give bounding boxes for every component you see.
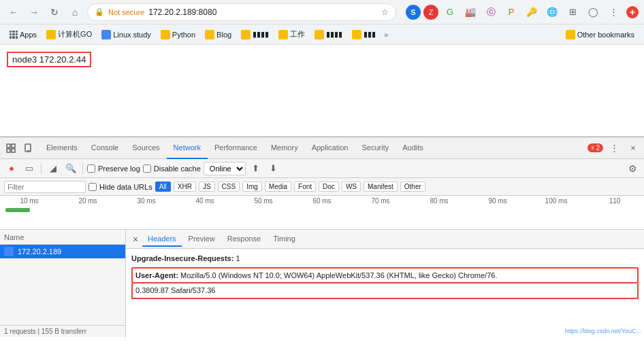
devtools-left-icons: [3, 140, 37, 156]
tab-sources[interactable]: Sources: [125, 137, 166, 159]
filter-type-js[interactable]: JS: [199, 182, 215, 192]
search-button[interactable]: 🔍: [63, 161, 78, 176]
apps-icon: [10, 31, 18, 39]
ext-z[interactable]: Z: [423, 5, 438, 20]
tab-memory[interactable]: Memory: [264, 137, 305, 159]
filter-type-font[interactable]: Font: [294, 182, 316, 192]
filter-type-css[interactable]: CSS: [218, 182, 240, 192]
bookmark-label: Blog: [216, 31, 231, 39]
devtools-main: Name 172.20.2.189 1 requests | 155 B tra…: [0, 230, 644, 337]
ext-key[interactable]: 🔑: [523, 3, 541, 21]
timeline-60ms: 60 ms: [293, 197, 351, 205]
reload-button[interactable]: ↻: [46, 4, 63, 20]
timeline-100ms: 100 ms: [527, 197, 585, 205]
preserve-log-checkbox[interactable]: [87, 165, 95, 173]
record-button[interactable]: ●: [4, 161, 19, 176]
apps-label: Apps: [20, 31, 37, 39]
request-item[interactable]: 172.20.2.189: [0, 245, 125, 258]
filter-type-manifest[interactable]: Manifest: [364, 182, 398, 192]
bookmark-jsjigo[interactable]: 计算机GO: [42, 27, 96, 41]
details-close-button[interactable]: ×: [130, 234, 141, 245]
ext-m2[interactable]: 🌐: [543, 3, 561, 21]
tab-security[interactable]: Security: [355, 137, 396, 159]
detail-tab-preview[interactable]: Preview: [183, 232, 221, 247]
upload-button[interactable]: ⬆: [248, 161, 263, 176]
bookmark-work[interactable]: 工作: [274, 27, 309, 41]
bookmark-icon: [46, 30, 56, 39]
ext-hex[interactable]: ⓒ: [482, 3, 500, 21]
bookmarks-overflow[interactable]: »: [381, 31, 391, 39]
filter-type-doc[interactable]: Doc: [319, 182, 339, 192]
other-bookmarks[interactable]: Other bookmarks: [562, 28, 639, 41]
bookmark-linux[interactable]: Linux study: [97, 28, 155, 41]
ext-btn[interactable]: ◯: [584, 3, 602, 21]
tab-audits[interactable]: Audits: [396, 137, 430, 159]
inspect-element-button[interactable]: [3, 140, 19, 156]
bookmark-blog[interactable]: Blog: [201, 28, 236, 41]
bookmark-hidden1[interactable]: ▮▮▮▮: [237, 28, 273, 41]
ext-plus[interactable]: +: [626, 6, 639, 18]
bookmark-label: ▮▮▮▮: [326, 30, 342, 39]
devtools-close-button[interactable]: ×: [625, 140, 641, 156]
apps-bookmark[interactable]: Apps: [5, 29, 41, 41]
ext-p[interactable]: P: [502, 3, 520, 21]
timeline-labels: 10 ms 20 ms 30 ms 40 ms 50 ms 60 ms 70 m…: [0, 197, 644, 205]
hide-data-urls-label[interactable]: Hide data URLs: [88, 183, 152, 191]
timeline-50ms: 50 ms: [234, 197, 293, 205]
toolbar-divider: [41, 163, 42, 174]
bookmark-hidden3[interactable]: ▮▮▮: [348, 28, 380, 41]
detail-tab-headers[interactable]: Headers: [142, 232, 182, 247]
filter-type-img[interactable]: Img: [242, 182, 262, 192]
tab-performance[interactable]: Performance: [208, 137, 264, 159]
extension-icons: S Z G 🏭 ⓒ P 🔑 🌐 ⊞ ◯ ⋮ +: [406, 3, 639, 21]
svg-rect-1: [7, 149, 10, 152]
address-text: 172.20.2.189:8080: [148, 7, 377, 17]
ext-s[interactable]: S: [406, 5, 421, 20]
filter-button[interactable]: ◢: [46, 161, 61, 176]
address-bar[interactable]: 🔒 Not secure 172.20.2.189:8080 ☆: [87, 3, 396, 21]
bookmark-label: Python: [172, 31, 195, 39]
detail-tab-response[interactable]: Response: [222, 232, 267, 247]
tab-application[interactable]: Application: [305, 137, 355, 159]
forward-button[interactable]: →: [26, 4, 42, 20]
error-x-icon: ☓: [591, 144, 594, 152]
filter-type-xhr[interactable]: XHR: [174, 182, 196, 192]
bookmark-hidden2[interactable]: ▮▮▮▮: [310, 28, 347, 41]
download-button[interactable]: ⬇: [266, 161, 281, 176]
ext-m[interactable]: 🏭: [462, 3, 479, 21]
devtools-more-button[interactable]: ⋮: [606, 140, 622, 156]
bookmark-icon: [161, 30, 170, 39]
timeline: 10 ms 20 ms 30 ms 40 ms 50 ms 60 ms 70 m…: [0, 196, 644, 230]
tab-console[interactable]: Console: [84, 137, 125, 159]
disable-cache-checkbox[interactable]: [143, 165, 151, 173]
bookmark-python[interactable]: Python: [157, 28, 199, 41]
hide-data-urls-text: Hide data URLs: [99, 183, 152, 191]
filter-type-other[interactable]: Other: [400, 182, 425, 192]
disable-cache-label[interactable]: Disable cache: [143, 165, 201, 173]
back-button[interactable]: ←: [5, 4, 22, 20]
tab-network[interactable]: Network: [167, 137, 208, 159]
devtools-tabbar: Elements Console Sources Network Perform…: [0, 137, 644, 159]
filter-type-media[interactable]: Media: [265, 182, 291, 192]
filter-input[interactable]: [4, 181, 86, 193]
throttle-select[interactable]: Online: [204, 162, 246, 175]
preserve-log-label[interactable]: Preserve log: [87, 165, 140, 173]
requests-header: Name: [0, 230, 125, 245]
filter-type-all[interactable]: All: [155, 182, 171, 192]
devtools-right-controls: ☓ 2 ⋮ ×: [587, 140, 641, 156]
header-value-upgrade: 1: [236, 254, 240, 262]
home-button[interactable]: ⌂: [67, 4, 83, 20]
ext-grid[interactable]: ⊞: [564, 3, 581, 21]
timeline-40ms: 40 ms: [176, 197, 234, 205]
svg-rect-2: [12, 144, 15, 148]
clear-button[interactable]: ▭: [22, 161, 37, 176]
settings-button[interactable]: ⚙: [625, 161, 640, 176]
tab-elements[interactable]: Elements: [39, 137, 84, 159]
hide-data-urls-checkbox[interactable]: [88, 183, 97, 191]
more-button[interactable]: ⋮: [605, 3, 622, 21]
filter-type-ws[interactable]: WS: [342, 182, 361, 192]
header-row-useragent: User-Agent: Mozilla/5.0 (Windows NT 10.0…: [131, 267, 639, 284]
detail-tab-timing[interactable]: Timing: [268, 232, 301, 247]
device-toolbar-button[interactable]: [20, 140, 37, 156]
ext-g[interactable]: G: [441, 3, 459, 21]
